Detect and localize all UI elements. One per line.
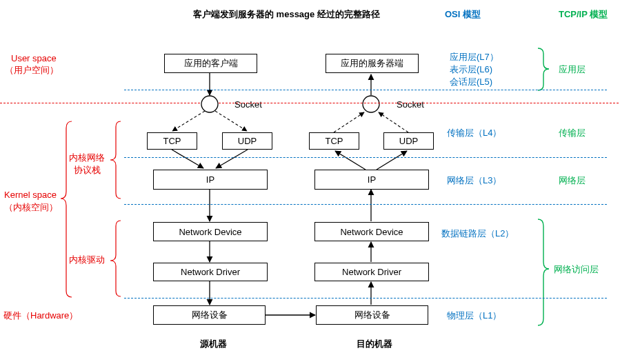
box-dst-udp: UDP [383,132,434,150]
page-title: 客户端发到服务器的 message 经过的完整路径 [193,8,380,21]
kernel-driver-label: 内核驱动 [69,254,105,266]
box-dst-app-text: 应用的服务器端 [341,57,403,70]
osi-header: OSI 模型 [445,8,481,21]
user-space-label-en: User space [11,53,57,63]
tcpip-header: TCP/IP 模型 [559,8,608,21]
box-src-netdev-text: Network Device [179,227,241,237]
osi-l4: 传输层（L4） [447,127,501,139]
osi-l1: 物理层（L1） [447,310,501,322]
svg-line-16 [379,112,408,132]
box-src-tcp-text: TCP [163,136,181,146]
svg-line-13 [335,151,366,170]
box-src-app: 应用的客户端 [164,54,257,73]
src-socket-label: Socket [234,99,262,110]
box-dst-tcp-text: TCP [326,136,343,146]
box-src-ip: IP [153,170,268,190]
box-dst-nethw-text: 网络设备 [354,309,390,321]
hardware-label: 硬件（Hardware） [3,310,78,322]
box-dst-netdev-text: Network Device [340,227,403,237]
dest-footer: 目的机器 [357,338,392,350]
box-dst-ip: IP [314,170,429,190]
kernel-stack-label-l1: 内核网络 [69,152,105,164]
source-footer: 源机器 [200,338,227,350]
box-src-nethw-text: 网络设备 [192,309,228,321]
svg-line-4 [172,150,203,168]
sep-user-kernel-right [219,103,619,103]
kernel-stack-label-l2: 协议栈 [74,164,101,176]
box-src-tcp: TCP [147,132,197,150]
box-dst-ip-text: IP [368,174,376,185]
svg-line-2 [172,111,205,131]
dst-socket-label: Socket [397,99,424,110]
svg-line-5 [216,150,248,168]
box-dst-udp-text: UDP [399,136,418,146]
box-src-app-text: 应用的客户端 [184,57,238,70]
svg-line-15 [334,112,364,132]
box-dst-nethw: 网络设备 [316,305,428,325]
sep-user-kernel-left [0,103,200,103]
box-dst-netdrv: Network Driver [314,263,429,281]
box-dst-netdev: Network Device [314,222,429,241]
box-dst-app: 应用的服务器端 [326,54,419,73]
sep-app-transport [124,90,607,90]
box-src-udp-text: UDP [238,136,257,146]
user-space-label-cn: （用户空间） [5,64,59,77]
sep-link-phys [124,298,607,299]
kernel-space-label-en: Kernel space [4,190,57,200]
osi-l3: 网络层（L3） [447,174,501,187]
tcpip-app: 应用层 [559,63,586,76]
box-dst-tcp: TCP [309,132,359,150]
osi-l5: 会话层(L5) [450,76,492,88]
box-src-netdrv-text: Network Driver [181,267,240,277]
svg-line-14 [377,151,407,170]
kernel-space-label-cn: （内核空间） [4,201,58,214]
arrows-layer [0,0,620,364]
tcpip-netaccess: 网络访问层 [554,263,599,276]
box-src-ip-text: IP [206,174,214,185]
tcpip-network: 网络层 [559,174,586,187]
box-src-netdrv: Network Driver [153,263,268,281]
box-src-udp: UDP [222,132,272,150]
sep-transport-network [124,157,607,158]
box-src-nethw: 网络设备 [153,305,266,325]
osi-l2: 数据链路层（L2） [441,228,514,240]
svg-point-1 [201,96,218,112]
svg-point-17 [363,96,379,112]
box-dst-netdrv-text: Network Driver [342,267,401,277]
osi-l6: 表示层(L6) [450,63,492,76]
svg-line-3 [215,111,247,131]
tcpip-transport: 传输层 [559,127,586,139]
osi-l7: 应用层(L7） [450,51,499,63]
sep-network-link [124,204,607,205]
box-src-netdev: Network Device [153,222,268,241]
